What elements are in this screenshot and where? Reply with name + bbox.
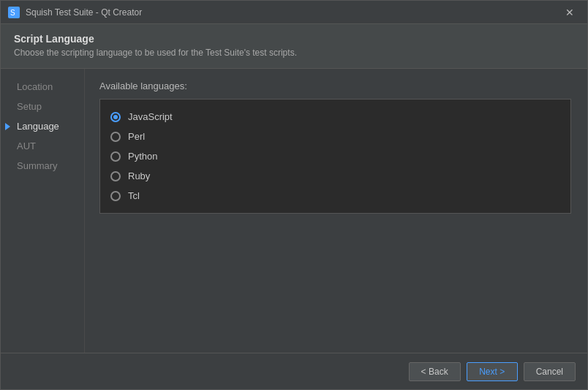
radio-item-tcl[interactable]: Tcl [110, 186, 560, 206]
radio-item-python[interactable]: Python [110, 146, 560, 166]
sidebar-item-setup[interactable]: Setup [1, 97, 84, 116]
sidebar-item-location[interactable]: Location [1, 78, 84, 96]
radio-circle-python [110, 151, 121, 162]
next-button[interactable]: Next > [467, 362, 518, 381]
section-label: Available languages: [99, 80, 573, 91]
radio-label-ruby: Ruby [128, 170, 150, 181]
sidebar-item-aut[interactable]: AUT [1, 137, 84, 155]
radio-item-javascript[interactable]: JavaScript [110, 107, 560, 127]
back-button[interactable]: < Back [409, 362, 461, 381]
radio-label-python: Python [128, 151, 157, 162]
radio-label-javascript: JavaScript [128, 111, 173, 122]
radio-label-tcl: Tcl [128, 190, 140, 201]
sidebar-item-language[interactable]: Language [1, 117, 84, 135]
title-bar-left: S Squish Test Suite - Qt Creator [8, 7, 142, 18]
radio-circle-tcl [110, 191, 121, 201]
radio-circle-perl [110, 132, 121, 142]
radio-item-perl[interactable]: Perl [110, 127, 560, 146]
footer: < Back Next > Cancel [1, 353, 587, 389]
close-button[interactable]: ✕ [559, 5, 580, 20]
window-title: Squish Test Suite - Qt Creator [26, 7, 142, 18]
radio-label-perl: Perl [128, 131, 145, 142]
app-icon: S [8, 7, 20, 18]
header-subtitle: Choose the scripting language to be used… [14, 48, 574, 58]
main-area: LocationSetupLanguageAUTSummary Availabl… [1, 69, 587, 353]
radio-item-ruby[interactable]: Ruby [110, 166, 560, 186]
header: Script Language Choose the scripting lan… [1, 24, 587, 69]
main-window: S Squish Test Suite - Qt Creator ✕ Scrip… [0, 0, 588, 390]
radio-circle-ruby [110, 171, 121, 181]
content-area: Available languages: JavaScriptPerlPytho… [85, 69, 587, 353]
cancel-button[interactable]: Cancel [524, 362, 576, 381]
sidebar-item-summary[interactable]: Summary [1, 157, 84, 175]
svg-text:S: S [10, 9, 15, 17]
sidebar: LocationSetupLanguageAUTSummary [1, 69, 85, 353]
header-title: Script Language [14, 33, 574, 45]
radio-circle-javascript [110, 112, 121, 122]
languages-box: JavaScriptPerlPythonRubyTcl [99, 99, 571, 214]
title-bar: S Squish Test Suite - Qt Creator ✕ [1, 1, 587, 24]
